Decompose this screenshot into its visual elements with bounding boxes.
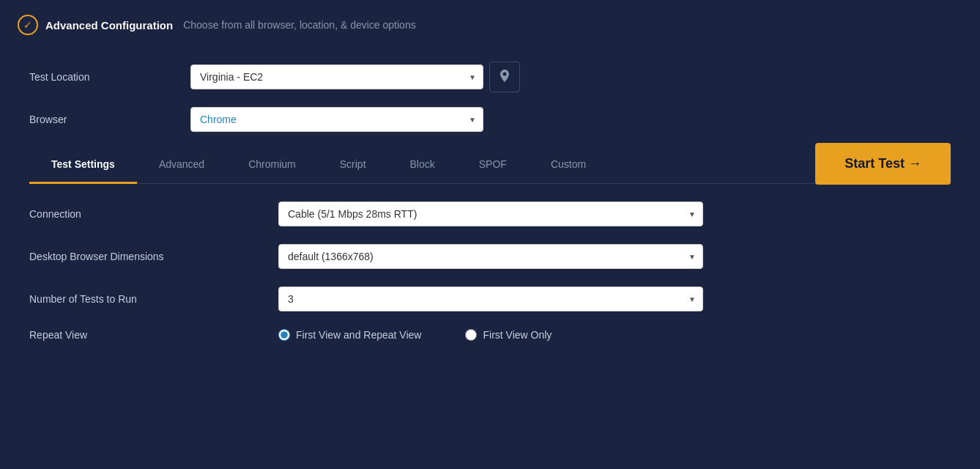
header-subtitle: Choose from all browser, location, & dev… [183, 19, 416, 31]
dimensions-row: Desktop Browser Dimensions default (1366… [29, 244, 951, 269]
tab-content-test-settings: Connection Cable (5/1 Mbps 28ms RTT) DSL… [29, 184, 951, 376]
tab-script[interactable]: Script [318, 147, 388, 184]
radio-first-only-label: First View Only [483, 329, 552, 341]
tab-test-settings[interactable]: Test Settings [29, 147, 137, 184]
test-location-label: Test Location [29, 71, 190, 83]
connection-select-wrapper: Cable (5/1 Mbps 28ms RTT) DSL (1.5/0.384… [278, 202, 703, 226]
tab-spof[interactable]: SPOF [457, 147, 529, 184]
test-location-row: Test Location Virginia - EC2 California … [29, 62, 951, 92]
tab-chromium[interactable]: Chromium [226, 147, 318, 184]
repeat-view-radio-group: First View and Repeat View First View On… [278, 329, 552, 341]
advanced-config-icon: ✓ [18, 15, 38, 35]
repeat-view-row: Repeat View First View and Repeat View F… [29, 329, 951, 341]
radio-first-only-input[interactable] [465, 329, 477, 341]
browser-select[interactable]: Chrome Firefox Safari Edge [190, 107, 483, 132]
dimensions-select-wrapper: default (1366x768) 1920x1080 1280x720 10… [278, 244, 703, 269]
num-tests-row: Number of Tests to Run 1 2 3 4 5 6 7 8 9 [29, 287, 951, 311]
tab-advanced[interactable]: Advanced [137, 147, 226, 184]
location-select-wrapper: Virginia - EC2 California - EC2 Oregon -… [190, 64, 483, 89]
connection-select[interactable]: Cable (5/1 Mbps 28ms RTT) DSL (1.5/0.384… [278, 202, 703, 226]
repeat-view-label: Repeat View [29, 329, 278, 341]
tests-select[interactable]: 1 2 3 4 5 6 7 8 9 [278, 287, 703, 311]
browser-select-wrapper: Chrome Firefox Safari Edge [190, 107, 483, 132]
radio-first-and-repeat-input[interactable] [278, 329, 290, 341]
browser-label: Browser [29, 114, 190, 125]
header-bar: ✓ Advanced Configuration Choose from all… [0, 0, 980, 50]
connection-row: Connection Cable (5/1 Mbps 28ms RTT) DSL… [29, 202, 951, 226]
location-pin-button[interactable] [489, 62, 520, 92]
tabs-container: Test Settings Advanced Chromium Script B… [29, 147, 951, 184]
tab-block[interactable]: Block [388, 147, 457, 184]
main-content: Test Location Virginia - EC2 California … [0, 50, 980, 388]
location-control-group: Virginia - EC2 California - EC2 Oregon -… [190, 62, 520, 92]
radio-first-only[interactable]: First View Only [465, 329, 552, 341]
location-select[interactable]: Virginia - EC2 California - EC2 Oregon -… [190, 64, 483, 89]
radio-first-and-repeat[interactable]: First View and Repeat View [278, 329, 421, 341]
dimensions-label: Desktop Browser Dimensions [29, 251, 278, 262]
tab-custom[interactable]: Custom [529, 147, 608, 184]
start-test-button[interactable]: Start Test → [815, 143, 951, 185]
browser-row: Browser Chrome Firefox Safari Edge [29, 107, 951, 132]
tests-select-wrapper: 1 2 3 4 5 6 7 8 9 [278, 287, 703, 311]
num-tests-label: Number of Tests to Run [29, 293, 278, 305]
connection-label: Connection [29, 208, 278, 220]
radio-first-and-repeat-label: First View and Repeat View [296, 329, 421, 341]
dimensions-select[interactable]: default (1366x768) 1920x1080 1280x720 10… [278, 244, 703, 269]
header-title: Advanced Configuration [45, 19, 173, 32]
